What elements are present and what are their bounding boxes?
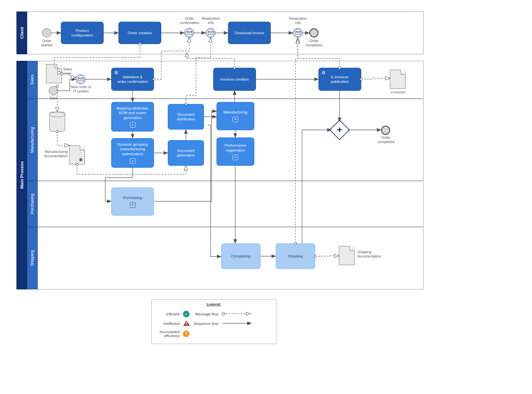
event-realization-info — [206, 28, 215, 38]
expand-icon: + — [130, 122, 136, 128]
label-main-order-completed: Order completed — [375, 135, 397, 144]
doc-einvoice — [390, 70, 406, 89]
task-product-configuration: Product configuration — [61, 22, 104, 44]
lane-sales-header: Sales — [27, 61, 38, 99]
label-realization-info-2: Realization info — [287, 16, 309, 25]
doc-manuf-doc: III — [69, 145, 85, 164]
task-validation-confirmation: ⚙ Validation & order confirmation — [111, 68, 154, 91]
lane-manufacturing-header: Manufacturing — [27, 99, 38, 181]
gear-icon: ⚙ — [114, 70, 118, 76]
label-start-sales: Start — [47, 96, 60, 100]
legend-message-flow-label: Message flow — [193, 311, 218, 317]
event-realization-info-2 — [293, 28, 303, 38]
pool-client-header: Client — [16, 12, 27, 54]
task-invoices-creation: Invoices creation — [213, 68, 256, 91]
warning-icon — [183, 320, 190, 327]
task-download-invoice: Download invoice — [228, 22, 271, 44]
label-einvoice: e-invoice — [388, 90, 408, 94]
end-event-main — [381, 126, 390, 135]
task-shipping: Shipping — [276, 243, 315, 269]
task-dynamic-grouping: Dynamic grouping (manufacturing optimiza… — [111, 138, 154, 168]
label-new-order: New order in IT system — [63, 85, 99, 93]
task-performance-registration: Performance registration+ — [216, 137, 254, 166]
legend: Legend: Efficient ✓ Message flow Ineffic… — [151, 299, 276, 344]
start-event-sales — [49, 86, 58, 95]
task-completing: Completing — [221, 243, 261, 269]
label-order-started: Order started — [38, 39, 56, 47]
legend-inefficient-label: Inefficient — [160, 320, 180, 327]
legend-efficient-label: Efficient — [160, 311, 180, 317]
event-order-confirmation — [184, 28, 194, 38]
task-mapping-attributes: Mapping attributes, BOM and routes gener… — [111, 102, 154, 132]
legend-title: Legend: — [156, 302, 271, 306]
legend-inconsistent-label: Inconsistent efficiency — [160, 330, 180, 338]
expand-icon: + — [130, 158, 136, 164]
datastore-manuf-db — [49, 112, 65, 132]
end-event-client — [309, 28, 318, 37]
label-shipping-doc: Shipping documentation — [357, 250, 388, 259]
label-realization-info: Realization info — [200, 16, 222, 25]
expand-icon: + — [233, 117, 238, 122]
expand-icon: + — [233, 155, 238, 160]
start-event-order-started — [42, 28, 51, 37]
task-document-generation: Document generation — [168, 140, 204, 166]
check-icon: ✓ — [183, 311, 190, 317]
expand-icon: + — [130, 202, 136, 208]
task-einvoices-publication: ⚙ E-invoices publication — [318, 68, 361, 91]
multi-instance-icon: III — [79, 157, 82, 162]
pool-main-header: Main Process — [16, 61, 27, 289]
gear-icon: ⚙ — [321, 70, 326, 76]
lane-shipping-header: Shipping — [27, 227, 38, 289]
task-purchasing: Purchasing+ — [111, 187, 154, 216]
lane-purchasing — [38, 181, 423, 227]
lane-purchasing-header: Purchasing — [27, 181, 38, 227]
task-order-creation: Order creation — [118, 22, 161, 44]
svg-rect-6 — [186, 322, 187, 324]
task-manufacturing: Manufacturing+ — [216, 102, 254, 130]
svg-rect-5 — [222, 312, 225, 315]
label-sales-order: Sales order — [63, 67, 76, 76]
bpmn-diagram: Client Main Process Sales Manufacturing … — [0, 0, 532, 394]
svg-rect-7 — [186, 325, 187, 325]
label-client-order-completed: Order completed — [304, 39, 324, 47]
task-document-distribution: Document distribution — [168, 104, 204, 130]
doc-sales-order — [46, 64, 62, 83]
label-manuf-doc: Manufacturing documentation — [39, 150, 68, 158]
legend-sequence-flow-label: Sequence flow — [193, 320, 218, 327]
label-order-confirmation: Order confirmation — [178, 16, 201, 25]
doc-shipping — [339, 246, 355, 265]
question-icon: ? — [183, 331, 190, 337]
event-new-order — [76, 74, 86, 84]
